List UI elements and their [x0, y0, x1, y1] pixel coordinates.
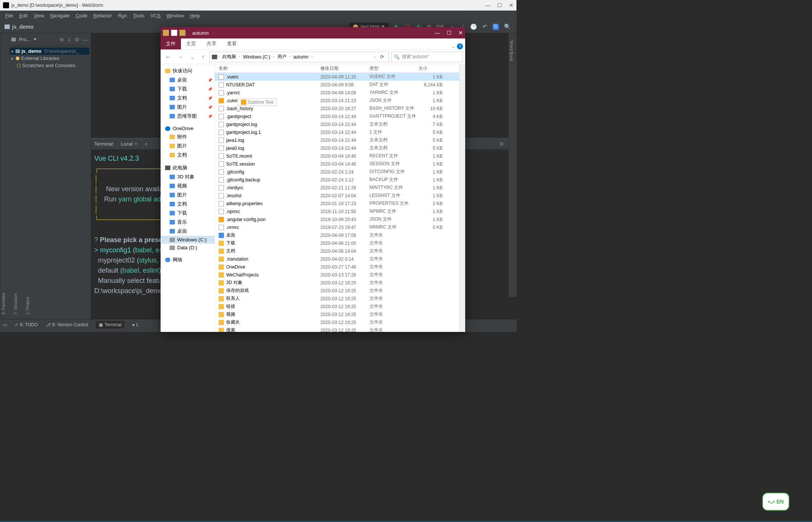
file-row[interactable]: ganttproject.log2020-03-14 22:44文本文档7 KB	[215, 120, 459, 128]
sidebar-item[interactable]: 3D 对象	[161, 172, 214, 181]
path-dropdown[interactable]: ⌄	[374, 55, 376, 58]
sidebar-item[interactable]: 文档	[161, 150, 214, 160]
path-segment[interactable]: 此电脑	[221, 54, 237, 60]
sidebar-item[interactable]: 网络	[161, 255, 214, 264]
path-segment[interactable]: 用户	[276, 54, 288, 60]
file-row[interactable]: 下载2020-04-06 21:00文件夹	[215, 239, 459, 247]
menu-help[interactable]: Help	[188, 12, 202, 19]
maximize-button[interactable]: ☐	[447, 30, 452, 36]
file-row[interactable]: .minttyrc2020-02-21 11:29MINTTYRC 文件1 KB	[215, 184, 459, 192]
file-row[interactable]: 保存的游戏2020-03-12 19:25文件夹	[215, 287, 459, 295]
menu-file[interactable]: File	[3, 12, 15, 19]
history-icon[interactable]: 🕐	[470, 23, 477, 30]
menu-refactor[interactable]: Refactor	[91, 12, 114, 19]
sidebar-item[interactable]: 视频	[161, 181, 214, 190]
file-row[interactable]: .angular-config.json2019-10-08 20:43JSON…	[215, 215, 459, 223]
help-icon[interactable]: ?	[457, 43, 463, 49]
sidebar-item[interactable]: 图片	[161, 141, 214, 150]
ribbon-tab-file[interactable]: 文件	[161, 38, 181, 49]
file-row[interactable]: OneDrive2020-03-27 17:48文件夹	[215, 263, 459, 271]
tool-structure[interactable]: 7: Structure	[13, 38, 18, 315]
sidebar-item[interactable]: 附件	[161, 132, 214, 141]
file-row[interactable]: 链接2020-03-12 19:25文件夹	[215, 302, 459, 310]
settings-icon[interactable]: ⚙	[75, 37, 80, 43]
menu-edit[interactable]: Edit	[17, 12, 30, 19]
collapse-icon[interactable]: ⇳	[67, 37, 72, 43]
tool-project[interactable]: 1: Project	[25, 38, 30, 315]
sidebar-item[interactable]: Windows (C:)	[161, 236, 214, 244]
path-segment[interactable]: Windows (C:)	[242, 54, 272, 60]
file-row[interactable]: .lesshst2020-02-07 14:04LESSHST 文件1 KB	[215, 192, 459, 200]
file-row[interactable]: WeChatProjects2020-03-13 17:26文件夹	[215, 271, 459, 279]
sidebar-item[interactable]: 此电脑	[161, 163, 214, 172]
status-todo[interactable]: ✓6: TODO	[15, 322, 38, 327]
sidebar-item[interactable]: 图片📌	[161, 103, 214, 112]
minimize-button[interactable]: —	[485, 2, 490, 8]
sidebar-item[interactable]: 文档📌	[161, 94, 214, 103]
chevron-down-icon[interactable]	[34, 38, 37, 40]
close-icon[interactable]: ✕	[134, 141, 138, 146]
sidebar-item[interactable]: 思维导图📌	[161, 112, 214, 121]
menu-vcs[interactable]: VCS	[148, 12, 163, 19]
ime-indicator[interactable]: •ᴗ• EN	[762, 493, 789, 511]
breadcrumb[interactable]: js_demo	[0, 24, 34, 30]
file-row[interactable]: NTUSER.DAT2020-04-09 9:06DAT 文件6,144 KB	[215, 81, 459, 89]
file-row[interactable]: 收藏夹2020-03-12 19:25文件夹	[215, 318, 459, 326]
file-row[interactable]: .gitconfig.backup2020-02-24 1:12BACKUP 文…	[215, 176, 459, 184]
sidebar-item[interactable]: 文档	[161, 200, 214, 209]
ribbon-tab-view[interactable]: 查看	[222, 38, 242, 49]
close-button[interactable]: ✕	[458, 30, 463, 36]
minimize-button[interactable]: —	[435, 30, 440, 36]
file-row[interactable]: .gitconfig2020-02-24 1:24GITCONFIG 文件1 K…	[215, 168, 459, 176]
file-row[interactable]: .ganttproject2020-03-14 22:44GANTTPROJEC…	[215, 112, 459, 120]
file-row[interactable]: .npmrc2019-11-10 21:50NPMRC 文件1 KB	[215, 207, 459, 215]
tree-node-scratches[interactable]: ⬡ Scratches and Consoles	[10, 62, 89, 69]
file-row[interactable]: .translation2020-04-02 0:14文件夹	[215, 255, 459, 263]
sidebar-item[interactable]: OneDrive	[161, 124, 214, 132]
sidebar-item[interactable]: 音乐	[161, 218, 214, 227]
column-headers[interactable]: 名称 修改日期 类型 大小	[215, 64, 459, 73]
file-row[interactable]: .vuerc2020-04-09 11:20VUERC 文件1 KB	[215, 73, 459, 81]
path-bar[interactable]: › 此电脑› Windows (C:)› 用户› autumn› ⌄ ⟳	[209, 52, 389, 62]
maximize-button[interactable]: ☐	[497, 2, 502, 8]
file-row[interactable]: 桌面2020-04-09 17:06文件夹	[215, 231, 459, 239]
sidebar-item[interactable]: 图片	[161, 190, 214, 200]
status-vcs[interactable]: ⎇9: Version Control	[46, 322, 88, 327]
tool-wordbook[interactable]: Word Book	[509, 33, 515, 69]
file-row[interactable]: java1.log2020-03-14 22:44文本文档5 KB	[215, 136, 459, 144]
ribbon-expand[interactable]: ⌄	[452, 45, 455, 49]
file-row[interactable]: .nrmrc2019-07-23 19:47NRMRC 文件0 KB	[215, 223, 459, 231]
forward-button[interactable]: →	[175, 52, 185, 61]
file-row[interactable]: 3D 对象2020-03-12 19:25文件夹	[215, 279, 459, 287]
menu-window[interactable]: Window	[164, 12, 186, 19]
sidebar-item[interactable]: 桌面📌	[161, 75, 214, 84]
settings-icon[interactable]: ⚙	[499, 141, 504, 147]
sidebar-item[interactable]: 快速访问	[161, 66, 214, 75]
close-button[interactable]: ✕	[509, 2, 513, 8]
tree-node-jsdemo[interactable]: ▶ js_demo D:\workspace\js_	[10, 48, 89, 55]
menu-view[interactable]: View	[31, 12, 46, 19]
file-row[interactable]: .yarnrc2020-04-08 14:09YARNRC 文件1 KB	[215, 89, 459, 97]
col-size[interactable]: 大小	[418, 65, 446, 72]
tool-favorites[interactable]: 2: Favorites	[1, 38, 6, 315]
hide-icon[interactable]: —	[83, 37, 88, 43]
ribbon-tab-home[interactable]: 主页	[181, 38, 201, 49]
sidebar-item[interactable]: 下载📌	[161, 84, 214, 94]
file-row[interactable]: 搜索2020-03-12 19:25文件夹	[215, 326, 459, 332]
menu-navigate[interactable]: Navigate	[48, 12, 72, 19]
statusbar-icon[interactable]: ▭	[3, 322, 7, 327]
back-button[interactable]: ←	[163, 52, 173, 61]
col-type[interactable]: 类型	[369, 65, 418, 72]
tree-node-external-libs[interactable]: ▶ ⬢ External Libraries	[10, 55, 89, 62]
search-icon[interactable]: 🔍	[504, 23, 511, 30]
ribbon-tab-share[interactable]: 共享	[201, 38, 222, 49]
file-row[interactable]: 视频2020-03-12 19:25文件夹	[215, 310, 459, 318]
up-button[interactable]: ↑	[199, 52, 207, 61]
menu-run[interactable]: Run	[116, 12, 129, 19]
undo-icon[interactable]: ↶	[483, 23, 487, 30]
recent-button[interactable]: ⌄	[188, 52, 197, 62]
col-date[interactable]: 修改日期	[320, 65, 369, 72]
status-terminal[interactable]: ▣Terminal	[96, 321, 124, 329]
status-more[interactable]: ●L	[132, 322, 139, 327]
file-row[interactable]: java0.log2020-03-14 22:44文本文档5 KB	[215, 144, 459, 152]
